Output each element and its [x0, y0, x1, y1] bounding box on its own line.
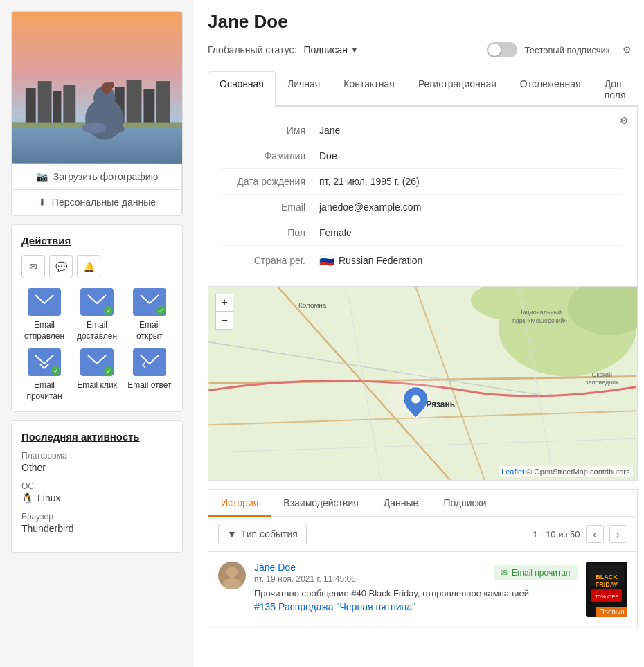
entry-body: Jane Doe пт, 19 ноя. 2021 г. 11:45:05 ✉ …	[254, 562, 578, 617]
tab-tracked[interactable]: Отслеженная	[508, 71, 593, 107]
filter-icon: ▼	[227, 528, 237, 540]
upload-photo-button[interactable]: 📷 Загрузить фотографию	[12, 164, 181, 190]
tab-history[interactable]: История	[208, 490, 271, 517]
first-name-label: Имя	[222, 125, 319, 136]
email-label: Email	[222, 202, 319, 213]
avatar-image	[12, 12, 182, 164]
actions-title[interactable]: Действия	[21, 235, 172, 247]
gear-icon-small: ⚙	[620, 115, 629, 126]
email-sent-item[interactable]: Emailотправлен	[21, 288, 67, 341]
os-label: ОС	[21, 481, 172, 491]
email-read-icon: ✓	[28, 348, 61, 376]
svg-rect-4	[53, 91, 62, 126]
country-value: 🇷🇺 Russian Federation	[319, 253, 422, 268]
profile-fields-settings-button[interactable]: ⚙	[620, 115, 629, 126]
pagination-text: 1 - 10 из 50	[533, 529, 580, 540]
tab-personal[interactable]: Личная	[276, 71, 332, 107]
email-read-item[interactable]: ✓ Emailпрочитан	[21, 348, 67, 402]
test-subscriber-toggle[interactable]	[487, 42, 517, 57]
thumbnail-preview-label[interactable]: Превью	[596, 607, 627, 617]
test-subscriber-label: Тестовый подписчик	[524, 45, 609, 55]
map-zoom-out-button[interactable]: −	[215, 312, 233, 330]
email-delivered-label: Emailдоставлен	[77, 320, 117, 341]
last-activity-title[interactable]: Последняя активность	[21, 431, 172, 443]
svg-text:Национальный: Национальный	[518, 309, 562, 316]
status-bar: Глобальный статус: Подписан ▼ Тестовый п…	[208, 39, 638, 60]
svg-point-15	[82, 123, 107, 134]
entry-campaign-link[interactable]: #135 Распродажа "Черная пятница"	[254, 601, 415, 612]
global-status-value[interactable]: Подписан ▼	[303, 44, 359, 55]
tab-registration[interactable]: Регистрационная	[406, 71, 508, 107]
main-settings-button[interactable]: ⚙	[617, 39, 638, 60]
email-reply-item[interactable]: Email ответ	[127, 348, 172, 402]
upload-photo-label: Загрузить фотографию	[53, 171, 158, 182]
entry-avatar	[218, 562, 246, 589]
svg-text:FRIDAY: FRIDAY	[595, 581, 618, 588]
browser-label: Браузер	[21, 512, 172, 522]
linux-icon: 🐧	[21, 492, 33, 504]
tab-main[interactable]: Основная	[208, 71, 276, 107]
global-status-label: Глобальный статус:	[208, 44, 296, 55]
svg-text:заповедник: заповедник	[586, 379, 619, 386]
prev-page-button[interactable]: ‹	[586, 525, 604, 543]
country-name: Russian Federation	[339, 255, 422, 266]
bottom-toolbar: ▼ Тип события 1 - 10 из 50 ‹ ›	[208, 517, 637, 552]
email-delivered-item[interactable]: ✓ Emailдоставлен	[74, 288, 120, 341]
entry-thumbnail[interactable]: BLACK FRIDAY 75% OFF Превью	[586, 562, 627, 617]
filter-button[interactable]: ▼ Тип события	[218, 524, 307, 544]
next-page-button[interactable]: ›	[609, 525, 627, 543]
osm-attribution: © OpenStreetMap	[526, 468, 588, 476]
tab-data[interactable]: Данные	[371, 490, 431, 517]
email-click-label: Email клик	[77, 380, 117, 391]
map-container[interactable]: Рязань Коломна Национальный парк «Мещерс…	[208, 287, 638, 481]
gear-icon: ⚙	[623, 44, 632, 55]
email-read-label: Emailпрочитан	[26, 380, 62, 402]
leaflet-link[interactable]: Leaflet	[501, 468, 524, 476]
entry-info: Jane Doe пт, 19 ноя. 2021 г. 11:45:05	[254, 562, 356, 584]
avatar-actions: 📷 Загрузить фотографию ⬇ Персональные да…	[12, 164, 182, 215]
email-click-item[interactable]: ✓ Email клик	[74, 348, 120, 402]
email-opened-item[interactable]: ✓ Emailоткрыт	[127, 288, 172, 341]
email-reply-label: Email ответ	[127, 380, 171, 391]
entry-main-text: Прочитано сообщение #40 Black Friday, от…	[254, 588, 529, 598]
email-reply-icon	[133, 348, 166, 376]
tab-interactions[interactable]: Взаимодействия	[271, 490, 371, 517]
gender-value: Female	[319, 227, 352, 238]
svg-rect-7	[127, 80, 142, 125]
email-value: janedoe@example.com	[319, 202, 421, 213]
camera-icon: 📷	[36, 171, 48, 182]
badge-icon: ✉	[501, 568, 508, 578]
entry-link-row: #135 Распродажа "Черная пятница"	[254, 601, 578, 612]
chat-action-icon-btn[interactable]: 💬	[49, 255, 73, 278]
platform-value: Other	[21, 462, 172, 473]
last-activity: Платформа Other ОС 🐧 Linux Браузер Thund…	[21, 451, 172, 534]
os-value: 🐧 Linux	[21, 492, 172, 504]
email-action-icon-btn[interactable]: ✉	[21, 255, 45, 278]
entry-badge: ✉ Email прочитан	[494, 565, 578, 580]
birthdate-row: Дата рождения пт, 21 июл. 1995 г. (26)	[222, 169, 623, 195]
bell-action-icon-btn[interactable]: 🔔	[77, 255, 100, 278]
country-label: Страна рег.	[222, 255, 319, 266]
platform-label: Платформа	[21, 451, 172, 461]
map-zoom-in-button[interactable]: +	[215, 294, 233, 312]
email-sent-label: Emailотправлен	[24, 320, 64, 341]
personal-data-button[interactable]: ⬇ Персональные данные	[12, 190, 181, 215]
actions-icons-row: ✉ 💬 🔔	[21, 255, 172, 278]
toggle-knob	[488, 44, 501, 56]
svg-rect-5	[63, 85, 75, 126]
first-name-row: Имя Jane	[222, 118, 623, 143]
entry-name[interactable]: Jane Doe	[254, 562, 296, 573]
svg-text:BLACK: BLACK	[596, 573, 618, 580]
envelope-icon: ✉	[29, 261, 37, 272]
svg-rect-8	[143, 89, 154, 126]
email-delivered-icon: ✓	[80, 288, 114, 316]
svg-text:Окский: Окский	[592, 371, 612, 378]
tab-contact[interactable]: Контактная	[332, 71, 406, 107]
download-icon: ⬇	[38, 197, 46, 208]
tab-extra[interactable]: Доп. поля	[593, 71, 638, 107]
gender-label: Пол	[222, 227, 319, 238]
svg-text:Рязань: Рязань	[426, 400, 455, 409]
last-name-value: Doe	[319, 150, 337, 161]
tab-subscriptions[interactable]: Подписки	[431, 490, 499, 517]
svg-text:75% OFF: 75% OFF	[594, 594, 618, 600]
